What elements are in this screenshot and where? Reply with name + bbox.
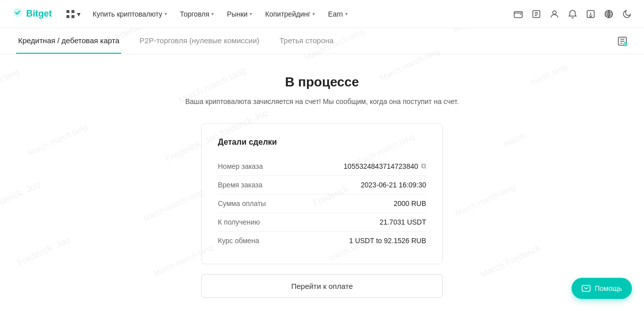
logo-text: Bitget: [26, 9, 52, 19]
status-title: В процессе: [16, 74, 628, 90]
order-number-value: 1055324843714723840 ⧉: [344, 162, 426, 170]
orders-icon[interactable]: [531, 9, 541, 19]
trading-chevron-icon: ▾: [211, 11, 214, 17]
download-icon[interactable]: [586, 9, 596, 19]
copy-trading-chevron-icon: ▾: [312, 11, 315, 17]
nav-item-earn[interactable]: Earn ▾: [322, 7, 354, 21]
svg-rect-2: [66, 15, 69, 18]
pay-button-wrapper: Перейти к оплате: [201, 274, 443, 298]
payment-amount-value: 2000 RUB: [393, 199, 426, 208]
bitget-logo-icon: [12, 7, 23, 21]
receive-amount-label: К получению: [218, 218, 260, 226]
svg-rect-0: [66, 10, 69, 13]
user-icon[interactable]: [549, 9, 559, 19]
nav-item-buy-crypto[interactable]: Купить криптовалюту ▾: [87, 7, 173, 21]
deal-row-exchange-rate: Курс обмена 1 USDT to 92.1526 RUB: [218, 232, 426, 250]
buy-crypto-chevron-icon: ▾: [165, 11, 167, 17]
receive-amount-value: 21.7031 USDT: [379, 218, 426, 226]
markets-chevron-icon: ▾: [250, 11, 252, 17]
status-description: Ваша криптовалюта зачисляется на счет! М…: [16, 96, 628, 107]
deal-card-title: Детали сделки: [218, 138, 426, 147]
globe-icon[interactable]: [604, 9, 614, 19]
pay-button[interactable]: Перейти к оплате: [201, 274, 443, 298]
wallet-icon[interactable]: [513, 9, 523, 19]
order-time-value: 2023-06-21 16:09:30: [361, 181, 426, 189]
deal-row-payment-amount: Сумма оплаты 2000 RUB: [218, 194, 426, 213]
deal-row-receive-amount: К получению 21.7031 USDT: [218, 213, 426, 232]
copy-order-number-icon[interactable]: ⧉: [421, 162, 426, 170]
settings-icon[interactable]: [617, 36, 628, 47]
svg-rect-1: [71, 10, 74, 13]
nav-item-copy-trading[interactable]: Копитрейдинг ▾: [259, 7, 321, 21]
tab-credit-card[interactable]: Кредитная / дебетовая карта: [16, 28, 121, 54]
exchange-rate-value: 1 USDT to 92.1526 RUB: [349, 237, 426, 245]
help-button-label: Помощь: [595, 284, 622, 292]
exchange-rate-label: Курс обмена: [218, 237, 259, 245]
deal-card: Детали сделки Номер заказа 1055324843714…: [201, 123, 443, 264]
order-number-label: Номер заказа: [218, 162, 263, 170]
payment-amount-label: Сумма оплаты: [218, 199, 266, 208]
bell-icon[interactable]: [568, 9, 578, 19]
nav-item-markets[interactable]: Рынки ▾: [221, 7, 258, 21]
apps-chevron-icon: ▾: [77, 10, 80, 18]
tab-third-party[interactable]: Третья сторона: [278, 28, 336, 54]
svg-point-6: [553, 11, 556, 14]
order-time-label: Время заказа: [218, 181, 262, 189]
nav-right: [513, 9, 632, 19]
deal-row-order-number: Номер заказа 1055324843714723840 ⧉: [218, 157, 426, 176]
logo[interactable]: Bitget: [12, 7, 52, 21]
nav-menu: Купить криптовалюту ▾ Торговля ▾ Рынки ▾…: [87, 7, 513, 21]
main-content: В процессе Ваша криптовалюта зачисляется…: [0, 54, 644, 311]
deal-row-order-time: Время заказа 2023-06-21 16:09:30: [218, 176, 426, 194]
earn-chevron-icon: ▾: [345, 11, 348, 17]
navbar: Bitget ▾ Купить криптовалюту ▾ Торговля …: [0, 0, 644, 28]
svg-rect-3: [71, 15, 74, 18]
help-button[interactable]: Помощь: [572, 278, 632, 299]
svg-rect-11: [582, 285, 590, 291]
tabs-bar: Кредитная / дебетовая карта P2P-торговля…: [0, 28, 644, 54]
theme-icon[interactable]: [622, 9, 632, 19]
apps-button[interactable]: ▾: [62, 8, 85, 21]
nav-item-trading[interactable]: Торговля ▾: [174, 7, 220, 21]
tab-p2p[interactable]: P2P-торговля (нулевые комиссии): [137, 28, 261, 54]
